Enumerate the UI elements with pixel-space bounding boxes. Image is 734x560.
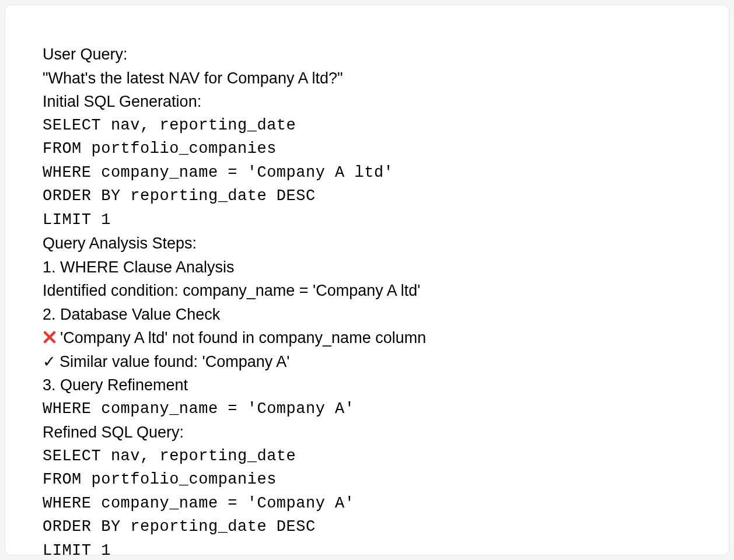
document-card: User Query: "What's the latest NAV for C… [5, 5, 729, 555]
refined-sql-line: WHERE company_name = 'Company A' [43, 492, 691, 516]
refined-sql-line: SELECT nav, reporting_date [43, 444, 691, 468]
document-content: User Query: "What's the latest NAV for C… [43, 43, 691, 560]
refined-sql-label: Refined SQL Query: [43, 421, 691, 444]
analysis-step2-title: 2. Database Value Check [43, 303, 691, 327]
initial-sql-label: Initial SQL Generation: [43, 90, 691, 114]
refined-sql-line: FROM portfolio_companies [43, 468, 691, 492]
user-query-text: "What's the latest NAV for Company A ltd… [43, 66, 691, 90]
initial-sql-line: FROM portfolio_companies [43, 137, 691, 161]
initial-sql-line: SELECT nav, reporting_date [43, 114, 691, 138]
refined-sql-line: ORDER BY reporting_date DESC [43, 515, 691, 539]
initial-sql-line: LIMIT 1 [43, 208, 691, 232]
analysis-step1-title: 1. WHERE Clause Analysis [43, 256, 691, 279]
refined-sql-line: LIMIT 1 [43, 539, 691, 561]
x-icon [43, 327, 57, 341]
analysis-step2-found: Similar value found: 'Company A' [60, 353, 290, 370]
initial-sql-line: WHERE company_name = 'Company A ltd' [43, 161, 691, 185]
analysis-step2-notfound: 'Company A ltd' not found in company_nam… [60, 329, 426, 346]
analysis-step2-found-line: ✓Similar value found: 'Company A' [43, 350, 691, 374]
analysis-step3-title: 3. Query Refinement [43, 373, 691, 397]
analysis-step3-code: WHERE company_name = 'Company A' [43, 397, 691, 421]
check-icon: ✓ [43, 350, 56, 374]
initial-sql-line: ORDER BY reporting_date DESC [43, 184, 691, 208]
analysis-step2-notfound-line: 'Company A ltd' not found in company_nam… [43, 326, 691, 350]
user-query-label: User Query: [43, 43, 691, 66]
analysis-label: Query Analysis Steps: [43, 232, 691, 256]
analysis-step1-detail: Identified condition: company_name = 'Co… [43, 279, 691, 303]
